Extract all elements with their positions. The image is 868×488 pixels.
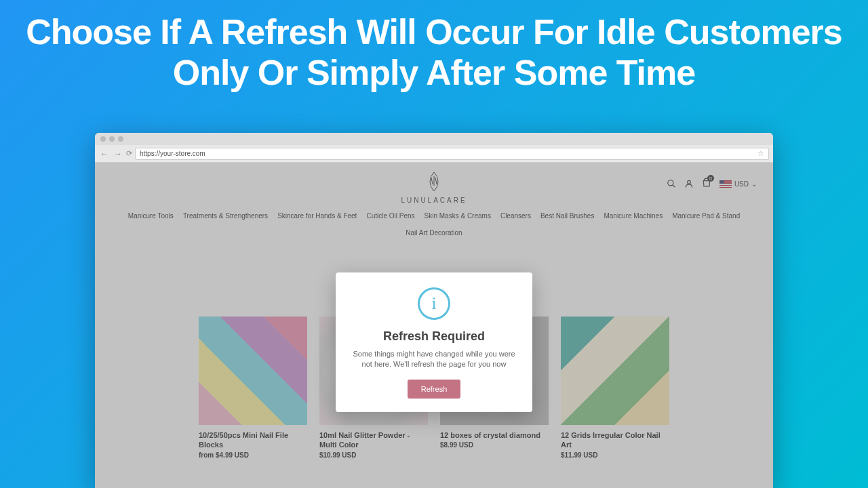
- url-text: https://your-store.com: [140, 150, 205, 157]
- forward-icon[interactable]: →: [113, 149, 123, 159]
- bookmark-star-icon[interactable]: ☆: [757, 149, 764, 158]
- refresh-button[interactable]: Refresh: [408, 380, 461, 399]
- page-content: LUNULACARE 0 USD ⌄ Manicure Tools Treatm…: [95, 163, 773, 488]
- info-icon: i: [418, 287, 450, 320]
- modal-title: Refresh Required: [348, 329, 520, 344]
- traffic-lights: [100, 136, 123, 142]
- browser-titlebar: [95, 133, 773, 145]
- promo-headline: Choose If A Refresh Will Occur For Idle …: [0, 0, 868, 94]
- url-bar[interactable]: https://your-store.com ☆: [135, 148, 769, 160]
- close-dot[interactable]: [100, 136, 106, 142]
- browser-toolbar: ← → ⟳ https://your-store.com ☆: [95, 145, 773, 163]
- minimize-dot[interactable]: [109, 136, 115, 142]
- refresh-modal: i Refresh Required Some things might hav…: [336, 272, 532, 412]
- back-icon[interactable]: ←: [99, 149, 110, 159]
- browser-window: ← → ⟳ https://your-store.com ☆ LUNULACAR…: [95, 133, 773, 488]
- modal-text: Some things might have changed while you…: [348, 349, 520, 370]
- maximize-dot[interactable]: [118, 136, 123, 142]
- reload-icon[interactable]: ⟳: [126, 149, 132, 158]
